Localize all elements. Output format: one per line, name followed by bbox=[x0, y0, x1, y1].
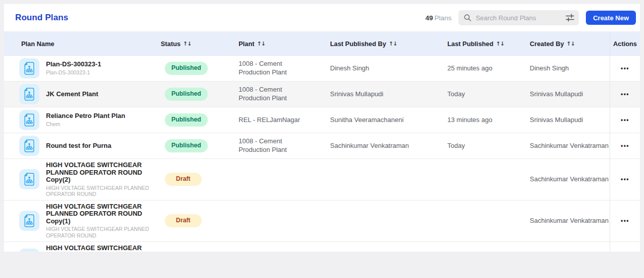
table-row[interactable]: Plan-DS-300323-1 Plan-DS-300323-1 Publis… bbox=[4, 56, 640, 82]
plan-name: Round test for Purna bbox=[46, 142, 111, 150]
column-header-actions: Actions bbox=[610, 32, 640, 55]
status-badge: Draft bbox=[165, 214, 202, 227]
last-published-by-cell: Dinesh Singh bbox=[326, 61, 443, 76]
created-by-cell: Srinivas Mullapudi bbox=[526, 87, 610, 102]
actions-cell: ••• bbox=[610, 56, 640, 81]
actions-cell: ••• bbox=[610, 242, 640, 252]
plan-document-icon bbox=[19, 211, 39, 231]
title-bar: Round Plans 49Plans Create New bbox=[4, 4, 640, 32]
status-badge: Published bbox=[165, 139, 208, 152]
plan-document-icon bbox=[19, 249, 39, 252]
actions-cell: ••• bbox=[610, 133, 640, 158]
plan-name-cell[interactable]: JK Cement Plant bbox=[15, 82, 157, 107]
plan-name-cell[interactable]: HIGH VOLTAGE SWITCHGEAR PLANNED OPERATOR… bbox=[15, 159, 157, 200]
create-new-button[interactable]: Create New bbox=[586, 11, 636, 25]
row-actions-menu-button[interactable]: ••• bbox=[619, 140, 631, 152]
filter-sliders-icon[interactable] bbox=[565, 13, 575, 22]
status-badge: Published bbox=[165, 88, 208, 101]
plan-document-icon bbox=[19, 110, 39, 130]
plan-document-icon bbox=[19, 169, 39, 189]
plan-name-cell[interactable]: Reliance Petro Plant Plan Chem bbox=[15, 107, 157, 133]
plant-cell: 1008 - Cement Production Plant bbox=[235, 83, 326, 106]
plan-subtitle: HIGH VOLTAGE SWITCHGEAR PLANNED OPERATOR… bbox=[46, 185, 154, 197]
last-published-cell bbox=[443, 176, 526, 182]
last-published-cell: 13 minutes ago bbox=[443, 113, 526, 128]
page-title: Round Plans bbox=[15, 13, 68, 23]
last-published-cell: Today bbox=[443, 139, 526, 153]
plant-cell bbox=[235, 218, 326, 224]
plan-name: HIGH VOLTAGE SWITCHGEAR PLANNED OPERATOR… bbox=[46, 203, 154, 225]
row-actions-menu-button[interactable]: ••• bbox=[619, 62, 631, 74]
plan-name: Reliance Petro Plant Plan bbox=[46, 112, 125, 120]
actions-cell: ••• bbox=[610, 201, 640, 242]
table-row[interactable]: HIGH VOLTAGE SWITCHGEAR PLANNED OPERATOR… bbox=[4, 201, 640, 242]
plan-name-cell[interactable]: HIGH VOLTAGE SWITCHGEAR PLANNED OPERATOR… bbox=[15, 201, 157, 242]
status-badge: Published bbox=[165, 62, 208, 75]
plan-name: HIGH VOLTAGE SWITCHGEAR PLANNED OPERATOR… bbox=[46, 162, 154, 184]
table-row[interactable]: HIGH VOLTAGE SWITCHGEAR PLANNED OPERATOR… bbox=[4, 159, 640, 201]
table-header-row: Plan Name Status ↑↓ Plant ↑↓ Last Publis… bbox=[4, 32, 640, 56]
created-by-cell: Sachinkumar Venkatraman bbox=[526, 251, 610, 252]
round-plans-panel: Round Plans 49Plans Create New Plan Name… bbox=[4, 4, 640, 252]
last-published-by-cell: Sunitha Veeramachaneni bbox=[326, 113, 443, 128]
created-by-cell: Dinesh Singh bbox=[526, 61, 610, 76]
last-published-by-cell: Srinivas Mullapudi bbox=[326, 87, 443, 102]
last-published-cell bbox=[443, 218, 526, 224]
status-cell: Published bbox=[157, 136, 235, 155]
table-row[interactable]: JK Cement Plant Published 1008 - Cement … bbox=[4, 82, 640, 107]
search-input[interactable] bbox=[476, 14, 562, 22]
last-published-by-cell: Sachinkumar Venkatraman bbox=[326, 139, 443, 153]
plant-cell: REL - RELJamNagar bbox=[235, 113, 326, 128]
sort-icon[interactable]: ↑↓ bbox=[257, 41, 265, 47]
actions-cell: ••• bbox=[610, 159, 640, 200]
plan-count: 49Plans bbox=[425, 14, 451, 22]
plan-subtitle: Plan-DS-300323-1 bbox=[46, 69, 101, 76]
sort-icon[interactable]: ↑↓ bbox=[567, 41, 575, 47]
plan-name: JK Cement Plant bbox=[46, 91, 98, 98]
sort-icon[interactable]: ↑↓ bbox=[496, 41, 504, 47]
plan-count-label: Plans bbox=[434, 14, 451, 22]
plan-subtitle: HIGH VOLTAGE SWITCHGEAR PLANNED OPERATOR… bbox=[46, 226, 154, 239]
row-actions-menu-button[interactable]: ••• bbox=[619, 114, 631, 126]
plan-name-cell[interactable]: Plan-DS-300323-1 Plan-DS-300323-1 bbox=[15, 56, 157, 81]
row-actions-menu-button[interactable]: ••• bbox=[619, 88, 631, 100]
status-cell: Draft bbox=[157, 211, 235, 230]
table-body: Plan-DS-300323-1 Plan-DS-300323-1 Publis… bbox=[4, 56, 640, 252]
plant-cell: 1008 - Cement Production Plant bbox=[235, 247, 326, 252]
plan-count-number: 49 bbox=[425, 14, 433, 22]
status-cell: Published bbox=[157, 110, 235, 130]
plan-name: HIGH VOLTAGE SWITCHGEAR PLANNED OPERATOR… bbox=[46, 245, 154, 252]
actions-cell: ••• bbox=[610, 82, 640, 107]
status-cell: Published bbox=[157, 249, 235, 252]
column-header-last-published-by[interactable]: Last Published By ↑↓ bbox=[326, 40, 443, 48]
plan-name-cell[interactable]: HIGH VOLTAGE SWITCHGEAR PLANNED OPERATOR… bbox=[15, 242, 157, 252]
status-badge: Published bbox=[165, 113, 208, 127]
plan-document-icon bbox=[19, 58, 39, 78]
last-published-by-cell bbox=[326, 176, 443, 182]
plant-cell: 1008 - Cement Production Plant bbox=[235, 57, 326, 80]
table-row[interactable]: Round test for Purna Published 1008 - Ce… bbox=[4, 133, 640, 159]
sort-icon[interactable]: ↑↓ bbox=[183, 41, 191, 47]
row-actions-menu-button[interactable]: ••• bbox=[619, 173, 631, 185]
sort-icon[interactable]: ↑↓ bbox=[389, 41, 397, 47]
plan-document-icon bbox=[19, 136, 39, 156]
column-header-created-by[interactable]: Created By ↑↓ bbox=[526, 40, 610, 48]
search-box[interactable] bbox=[458, 10, 579, 25]
created-by-cell: Sachinkumar Venkatraman bbox=[526, 172, 610, 187]
table-row[interactable]: HIGH VOLTAGE SWITCHGEAR PLANNED OPERATOR… bbox=[4, 242, 640, 252]
plant-cell bbox=[235, 176, 326, 182]
status-badge: Draft bbox=[165, 173, 202, 186]
column-header-status[interactable]: Status ↑↓ bbox=[157, 40, 235, 48]
column-header-last-published[interactable]: Last Published ↑↓ bbox=[443, 40, 526, 48]
created-by-cell: Sachinkumar Venkatraman bbox=[526, 214, 610, 228]
status-cell: Draft bbox=[157, 170, 235, 189]
row-actions-menu-button[interactable]: ••• bbox=[619, 215, 631, 227]
search-icon bbox=[464, 14, 472, 22]
column-header-plant[interactable]: Plant ↑↓ bbox=[235, 40, 326, 48]
status-cell: Published bbox=[157, 85, 235, 104]
table-row[interactable]: Reliance Petro Plant Plan Chem Published… bbox=[4, 107, 640, 133]
plan-name-cell[interactable]: Round test for Purna bbox=[15, 133, 157, 158]
last-published-by-cell bbox=[326, 218, 443, 224]
plant-cell: 1008 - Cement Production Plant bbox=[235, 134, 326, 157]
last-published-cell: 25 minutes ago bbox=[443, 61, 526, 76]
